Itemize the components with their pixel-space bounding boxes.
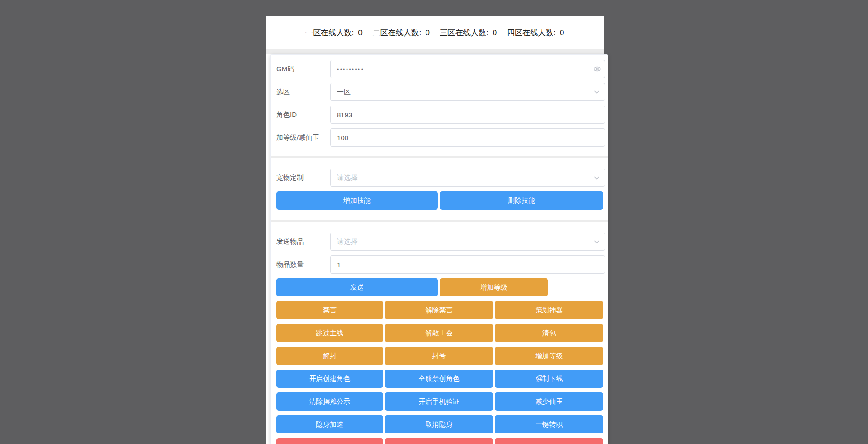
role-id-label: 角色ID [276,106,328,124]
one-key-job-change-button[interactable]: 一键转职 [495,415,603,433]
clear-bag-button[interactable]: 清包 [495,324,603,342]
remove-skill-button[interactable]: 删除技能 [440,191,603,210]
stealth-speed-button[interactable]: 隐身加速 [276,415,383,433]
gm-code-label: GM码 [276,60,328,78]
zone2-online-label: 二区在线人数: [373,27,421,38]
zone2-online-stat: 二区在线人数: 0 [373,27,430,38]
ban-button[interactable]: 封号 [385,347,493,365]
add-level-button[interactable]: 增加等级 [440,278,548,296]
zone3-online-label: 三区在线人数: [440,27,489,38]
item-count-input[interactable] [330,255,605,274]
danger-button-3[interactable] [495,438,603,444]
danger-button-1[interactable] [276,438,383,444]
zone1-online-count: 0 [358,28,362,37]
chevron-down-icon [593,88,601,96]
level-jade-input[interactable] [330,128,605,147]
zone-select-value: 一区 [337,88,351,95]
send-item-select[interactable]: 请选择 [330,233,605,251]
cancel-stealth-button[interactable]: 取消隐身 [385,415,493,433]
enable-phone-verify-button[interactable]: 开启手机验证 [385,392,493,411]
zone3-online-count: 0 [493,28,497,37]
unmute-button[interactable]: 解除禁言 [385,301,493,319]
eye-icon[interactable] [593,65,601,73]
enable-create-role-button[interactable]: 开启创建角色 [276,370,383,388]
send-button[interactable]: 发送 [276,278,438,296]
send-item-label: 发送物品 [276,233,328,251]
disband-guild-button[interactable]: 解散工会 [385,324,493,342]
skip-mainline-button[interactable]: 跳过主线 [276,324,383,342]
add-level-2-button[interactable]: 增加等级 [495,347,603,365]
pet-custom-select[interactable]: 请选择 [330,169,605,187]
clear-stall-notice-button[interactable]: 清除摆摊公示 [276,392,383,411]
header-divider [266,49,604,54]
zone3-online-stat: 三区在线人数: 0 [440,27,497,38]
add-skill-button[interactable]: 增加技能 [276,191,438,210]
level-jade-label: 加等级/减仙玉 [276,128,328,147]
mute-button[interactable]: 禁言 [276,301,383,319]
zone1-online-stat: 一区在线人数: 0 [305,27,363,38]
send-item-placeholder: 请选择 [337,238,358,245]
pet-custom-label: 宠物定制 [276,169,328,187]
force-offline-button[interactable]: 强制下线 [495,370,603,388]
gm-form-card: GM码 选区 一区 角色ID 加等级/减仙玉 宠物定制 请选择 [270,54,608,444]
zone-select[interactable]: 一区 [330,83,605,101]
zone4-online-label: 四区在线人数: [507,27,556,38]
section-divider-2 [271,220,608,222]
planner-tool-button[interactable]: 策划神器 [495,301,603,319]
unban-button[interactable]: 解封 [276,347,383,365]
zone4-online-count: 0 [560,28,564,37]
gm-code-input[interactable] [330,60,605,78]
zone2-online-count: 0 [426,28,430,37]
online-stats-bar: 一区在线人数: 0 二区在线人数: 0 三区在线人数: 0 四区在线人数: 0 [266,16,604,49]
danger-button-2[interactable] [385,438,493,444]
zone4-online-stat: 四区在线人数: 0 [507,27,564,38]
reduce-jade-button[interactable]: 减少仙玉 [495,392,603,411]
role-id-input[interactable] [330,106,605,124]
section-divider-1 [271,156,608,158]
chevron-down-icon [593,238,601,246]
zone1-online-label: 一区在线人数: [305,27,354,38]
ban-create-role-all-button[interactable]: 全服禁创角色 [385,370,493,388]
chevron-down-icon [593,174,601,182]
zone-label: 选区 [276,83,328,101]
page-background: 一区在线人数: 0 二区在线人数: 0 三区在线人数: 0 四区在线人数: 0 … [0,0,868,444]
item-count-label: 物品数量 [276,255,328,274]
pet-custom-placeholder: 请选择 [337,174,358,181]
